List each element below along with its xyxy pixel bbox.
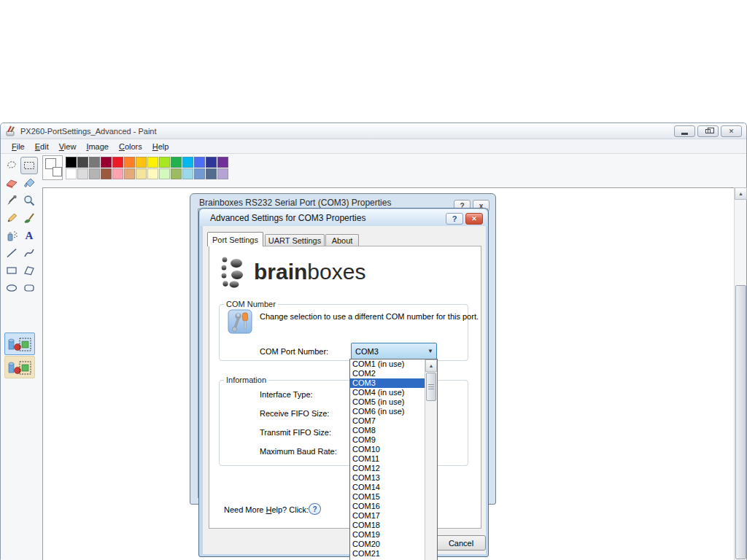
palette-swatch[interactable] — [194, 157, 205, 168]
window-title: PX260-PortSettings_Advanced - Paint — [20, 127, 157, 136]
menu-bar: File Edit View Image Colors Help — [1, 139, 746, 154]
palette-swatch[interactable] — [182, 157, 193, 168]
palette-swatch[interactable] — [171, 157, 182, 168]
palette-swatch[interactable] — [77, 157, 88, 168]
close-icon: ✕ — [729, 128, 735, 135]
scrollbar-thumb[interactable] — [735, 285, 746, 559]
pick-color-tool[interactable] — [3, 192, 20, 209]
palette-swatch[interactable] — [112, 157, 123, 168]
bg-dialog-title: Brainboxes RS232 Serial Port (COM3) Prop… — [199, 198, 391, 208]
palette-swatch[interactable] — [136, 168, 147, 179]
restore-button[interactable] — [697, 125, 719, 137]
palette-swatch[interactable] — [89, 157, 100, 168]
chevron-down-icon: ▼ — [425, 348, 436, 354]
receive-fifo-label: Receive FIFO Size: — [260, 409, 329, 418]
free-form-select-tool[interactable] — [3, 157, 20, 174]
palette-swatch[interactable] — [124, 157, 135, 168]
fill-icon — [23, 176, 36, 190]
menu-colors[interactable]: Colors — [114, 141, 147, 152]
dialog-close-button[interactable]: ✕ — [465, 213, 483, 225]
help-icon: ? — [452, 214, 457, 223]
scroll-up-icon[interactable]: ▲ — [425, 359, 437, 372]
com-settings-icon — [228, 309, 252, 334]
color-palette — [66, 157, 228, 179]
palette-swatch[interactable] — [101, 157, 112, 168]
com-port-combobox[interactable]: COM3 ▼ — [351, 343, 437, 359]
select-tool[interactable] — [20, 157, 38, 174]
eraser-tool[interactable] — [3, 174, 20, 192]
transmit-fifo-label: Transmit FIFO Size: — [260, 428, 331, 437]
dialog-help-button[interactable]: ? — [446, 213, 463, 225]
tab-about[interactable]: About — [325, 234, 359, 246]
palette-swatch[interactable] — [159, 168, 170, 179]
paint-window: PX260-PortSettings_Advanced - Paint ✕ Fi… — [0, 122, 747, 560]
palette-swatch[interactable] — [171, 168, 182, 179]
palette-swatch[interactable] — [194, 168, 205, 179]
transparent-selection-option[interactable] — [4, 356, 35, 378]
menu-edit[interactable]: Edit — [30, 141, 54, 152]
rectangle-tool[interactable] — [3, 262, 20, 279]
palette-swatch[interactable] — [89, 168, 100, 179]
palette-swatch[interactable] — [182, 168, 193, 179]
palette-swatch[interactable] — [66, 157, 77, 168]
paint-canvas[interactable]: Brainboxes RS232 Serial Port (COM3) Prop… — [42, 187, 735, 560]
palette-swatch[interactable] — [206, 157, 217, 168]
palette-swatch[interactable] — [159, 157, 170, 168]
dropdown-scrollbar-thumb[interactable] — [426, 373, 436, 401]
palette-swatch[interactable] — [101, 168, 112, 179]
magnifier-tool[interactable] — [20, 192, 38, 209]
palette-swatch[interactable] — [66, 168, 77, 179]
menu-image[interactable]: Image — [81, 141, 114, 152]
minimize-button[interactable] — [674, 125, 695, 137]
transparent-selection-icon — [7, 358, 33, 377]
tab-uart-settings[interactable]: UART Settings — [265, 234, 325, 246]
palette-swatch[interactable] — [147, 168, 158, 179]
line-tool[interactable] — [3, 244, 20, 262]
palette-swatch[interactable] — [77, 168, 88, 179]
background-color — [53, 167, 62, 176]
dialog-titlebar: Advanced Settings for COM3 Properties ? … — [200, 209, 487, 226]
airbrush-icon — [5, 229, 18, 242]
palette-swatch[interactable] — [217, 157, 228, 168]
text-tool[interactable]: A — [20, 227, 38, 244]
menu-file[interactable]: File — [7, 141, 30, 152]
rounded-rectangle-tool[interactable] — [20, 279, 38, 297]
information-group-label: Information — [224, 376, 268, 384]
canvas-vertical-scrollbar[interactable]: ▲ — [734, 187, 746, 560]
brush-icon — [23, 211, 36, 225]
palette-swatch[interactable] — [124, 168, 135, 179]
com-number-description: Change selection to use a different COM … — [260, 312, 479, 321]
paint-app-icon — [4, 125, 16, 137]
curve-tool[interactable] — [20, 244, 38, 262]
ellipse-tool[interactable] — [3, 279, 20, 297]
pencil-tool[interactable] — [3, 209, 20, 227]
ellipse-icon — [5, 281, 18, 295]
close-button[interactable]: ✕ — [721, 125, 742, 137]
opaque-selection-option[interactable] — [4, 332, 35, 355]
restore-icon — [705, 129, 711, 133]
fill-with-color-tool[interactable] — [20, 174, 38, 192]
eyedropper-icon — [5, 194, 18, 207]
help-balloon-icon[interactable]: ? — [309, 503, 321, 515]
palette-swatch[interactable] — [217, 168, 228, 179]
palette-swatch[interactable] — [206, 168, 217, 179]
tool-box: A — [1, 154, 42, 560]
palette-swatch[interactable] — [136, 157, 147, 168]
airbrush-tool[interactable] — [3, 227, 20, 244]
need-more-help-text: Need More Help? Click: — [224, 505, 309, 514]
logo-brain: brain — [254, 260, 307, 284]
tools-grid: A — [3, 157, 41, 297]
menu-view[interactable]: View — [54, 141, 82, 152]
palette-swatch[interactable] — [112, 168, 123, 179]
polygon-tool[interactable] — [20, 262, 38, 279]
brainboxes-logo-mark — [220, 255, 249, 289]
brush-tool[interactable] — [20, 209, 38, 227]
tab-port-settings[interactable]: Port Settings — [207, 232, 263, 246]
brainboxes-logo: brainboxes — [220, 255, 365, 289]
logo-boxes: boxes — [307, 260, 365, 284]
menu-help[interactable]: Help — [147, 141, 174, 152]
palette-swatch[interactable] — [147, 157, 158, 168]
dropdown-scrollbar[interactable]: ▲ — [425, 359, 437, 560]
scroll-up-button[interactable]: ▲ — [735, 187, 747, 200]
cancel-button[interactable]: Cancel — [436, 535, 486, 551]
